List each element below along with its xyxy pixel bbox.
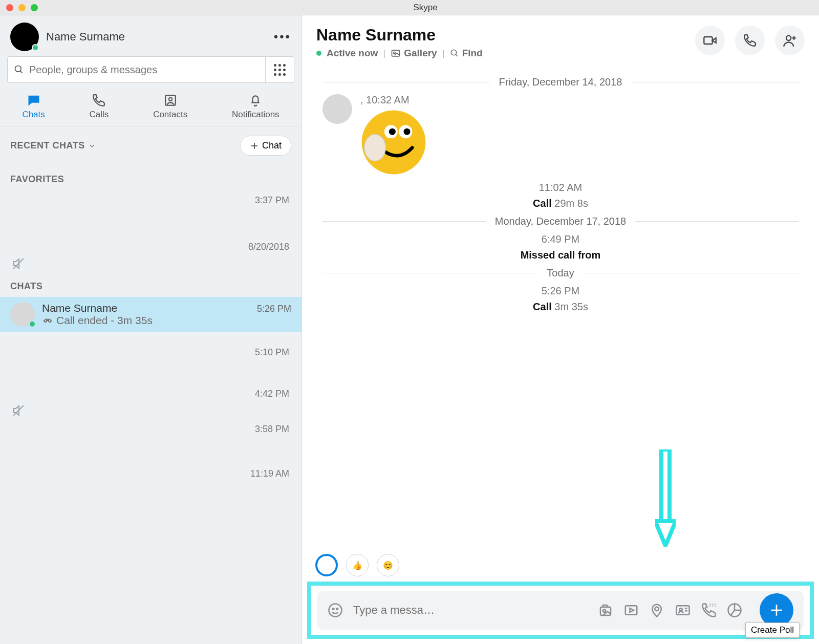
chat-item-selected[interactable]: Name Surname 5:26 PM Call ended - 3m 35s <box>0 297 301 332</box>
calls-icon <box>92 93 106 108</box>
chat-list: 3:37 PM 8/20/2018 CHATS Name Surname 5:2… <box>0 190 301 644</box>
attach-file-button[interactable] <box>598 603 613 618</box>
call-time: 11:02 AM <box>322 182 799 194</box>
chat-header: Name Surname Active now | Gallery | Find <box>302 15 819 65</box>
location-icon <box>649 603 664 618</box>
schedule-call-button[interactable] <box>701 603 717 618</box>
video-message-icon <box>623 603 639 618</box>
call-entry: Call 3m 35s <box>322 301 799 313</box>
location-button[interactable] <box>649 603 664 618</box>
tab-notifications[interactable]: Notifications <box>222 91 290 122</box>
tab-notifications-label: Notifications <box>232 110 279 120</box>
contact-card-icon <box>675 603 691 618</box>
minimize-window-icon[interactable] <box>18 4 26 11</box>
new-chat-label: Chat <box>262 140 282 151</box>
tab-calls-label: Calls <box>90 110 109 120</box>
reaction-cortana-button[interactable] <box>315 554 338 576</box>
chat-stub-time[interactable]: 5:10 PM <box>0 342 301 363</box>
presence-indicator <box>29 320 36 328</box>
reaction-thumbsup-button[interactable]: 👍 <box>346 554 369 576</box>
maximize-window-icon[interactable] <box>31 4 38 11</box>
message-row: , 10:32 AM <box>322 94 799 178</box>
call-ended-icon <box>42 315 53 326</box>
contact-card-button[interactable] <box>675 603 691 618</box>
window-title: Skype <box>38 3 813 13</box>
date-divider: Monday, December 17, 2018 <box>495 216 626 227</box>
schedule-icon <box>701 603 717 618</box>
sender-avatar[interactable] <box>322 94 352 124</box>
compose-highlight: Create Poll <box>307 582 814 639</box>
message-input[interactable] <box>353 604 588 617</box>
me-name[interactable]: Name Surname <box>46 30 125 44</box>
chat-stub-time[interactable]: 4:42 PM <box>0 383 301 404</box>
svg-rect-8 <box>392 50 400 56</box>
search-box[interactable] <box>7 56 266 83</box>
svg-rect-29 <box>626 606 637 615</box>
video-call-button[interactable] <box>695 26 725 55</box>
missed-call-entry: Missed call from <box>322 249 799 261</box>
chat-item-time: 5:26 PM <box>257 304 291 314</box>
chevron-down-icon <box>88 142 96 150</box>
find-link[interactable]: Find <box>450 48 483 59</box>
more-menu-button[interactable]: ••• <box>274 30 291 44</box>
svg-point-31 <box>655 607 659 611</box>
add-people-button[interactable] <box>775 26 805 55</box>
presence-dot-icon <box>316 51 321 56</box>
add-person-icon <box>783 33 797 48</box>
recent-chats-header[interactable]: RECENT CHATS <box>10 140 85 151</box>
chat-stub-time[interactable]: 8/20/2018 <box>0 237 301 257</box>
svg-point-26 <box>337 608 338 610</box>
hi-emoji <box>360 109 427 176</box>
close-window-icon[interactable] <box>6 4 13 11</box>
call-time: 6:49 PM <box>322 233 799 245</box>
chat-title[interactable]: Name Surname <box>316 26 685 45</box>
svg-point-3 <box>168 98 172 101</box>
search-icon <box>14 65 24 75</box>
gallery-icon <box>391 48 401 58</box>
nav-tabs: Chats Calls Contacts Notifications <box>0 83 301 126</box>
gallery-label: Gallery <box>404 48 437 59</box>
me-avatar[interactable] <box>10 23 39 51</box>
dialpad-button[interactable] <box>266 56 294 83</box>
call-duration: 3m 35s <box>554 301 588 312</box>
chat-stub-time[interactable]: 3:37 PM <box>0 190 301 211</box>
emoji-button[interactable] <box>328 603 343 618</box>
chat-item-subtitle: Call ended - 3m 35s <box>56 314 153 327</box>
svg-point-25 <box>333 608 334 610</box>
chat-item-name: Name Surname <box>42 302 117 314</box>
svg-point-21 <box>364 134 386 161</box>
poll-button[interactable] <box>727 603 742 618</box>
svg-point-10 <box>451 50 457 55</box>
poll-icon <box>727 603 742 618</box>
chat-stub-time[interactable]: 3:58 PM <box>0 419 301 440</box>
gallery-link[interactable]: Gallery <box>391 48 437 59</box>
search-input[interactable] <box>29 64 259 76</box>
svg-point-13 <box>786 36 791 40</box>
reaction-smile-button[interactable]: 😊 <box>377 554 399 576</box>
date-divider: Today <box>547 267 574 279</box>
plus-icon <box>250 141 259 151</box>
chats-icon <box>27 93 41 108</box>
svg-marker-30 <box>630 608 634 612</box>
tab-chats[interactable]: Chats <box>12 91 55 122</box>
new-chat-button[interactable]: Chat <box>240 136 291 156</box>
chat-stub-time[interactable]: 11:19 AM <box>0 463 301 484</box>
svg-point-28 <box>603 610 606 612</box>
tab-calls[interactable]: Calls <box>79 91 119 122</box>
presence-indicator <box>32 44 39 51</box>
status-text: Active now <box>327 48 378 59</box>
audio-call-button[interactable] <box>735 26 765 55</box>
call-label: Call <box>533 301 552 312</box>
tooltip-create-poll: Create Poll <box>745 622 800 638</box>
muted-icon <box>0 404 301 419</box>
tab-contacts-label: Contacts <box>153 110 187 120</box>
titlebar: Skype <box>0 0 819 15</box>
status-active[interactable]: Active now <box>316 48 378 59</box>
message-list[interactable]: Friday, December 14, 2018 , 10:32 AM <box>302 65 819 552</box>
video-message-button[interactable] <box>623 603 639 618</box>
tab-contacts[interactable]: Contacts <box>143 91 198 122</box>
plus-icon <box>768 602 785 618</box>
contacts-icon <box>163 93 178 108</box>
chats-header: CHATS <box>10 281 42 292</box>
date-divider: Friday, December 14, 2018 <box>499 76 622 88</box>
